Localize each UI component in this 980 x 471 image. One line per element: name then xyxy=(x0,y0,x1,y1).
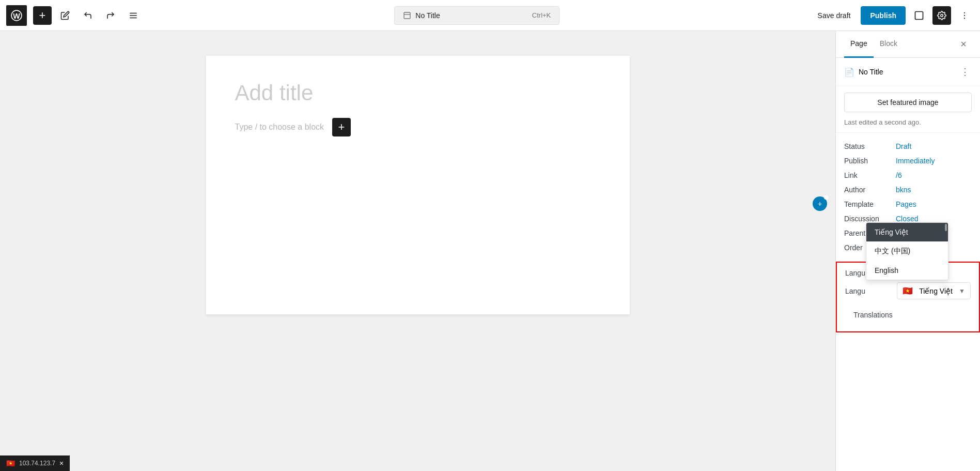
block-placeholder-row: Type / to choose a block + xyxy=(235,118,601,136)
title-placeholder[interactable]: Add title xyxy=(235,81,601,105)
translations-row: Translations xyxy=(845,305,971,325)
search-shortcut: Ctrl+K xyxy=(532,11,551,19)
dropdown-item-english[interactable]: English xyxy=(866,261,948,280)
dropdown-item-tieng-viet[interactable]: Tiếng Việt xyxy=(866,223,948,241)
wp-logo: W xyxy=(6,5,27,26)
publish-label: Publish xyxy=(844,157,896,165)
add-block-button[interactable]: + xyxy=(33,6,52,25)
page-more-button[interactable]: ⋮ xyxy=(958,64,972,80)
svg-point-10 xyxy=(964,14,965,16)
status-ip: 103.74.123.7 xyxy=(19,460,55,467)
sidebar: Page Block × 📄 No Title ⋮ Set featured i… xyxy=(835,31,980,471)
selected-language-text: Tiếng Việt xyxy=(919,287,953,295)
svg-rect-7 xyxy=(915,11,923,19)
block-placeholder-text: Type / to choose a block xyxy=(235,123,324,132)
template-value[interactable]: Pages xyxy=(896,200,916,208)
sidebar-close-button[interactable]: × xyxy=(955,36,972,53)
svg-point-11 xyxy=(964,18,965,19)
options-button[interactable] xyxy=(955,6,974,25)
view-button[interactable] xyxy=(910,6,928,25)
publish-button[interactable]: Publish xyxy=(861,6,906,25)
language-label-2: Langu xyxy=(845,287,897,295)
language-select-button[interactable]: 🇻🇳 Tiếng Việt ▼ xyxy=(897,282,971,299)
language-dropdown-popup: Tiếng Việt 中文 (中国) English xyxy=(866,222,948,280)
svg-rect-5 xyxy=(404,12,410,19)
set-featured-image-button[interactable]: Set featured image xyxy=(844,93,972,112)
editor-content: Add title Type / to choose a block + xyxy=(206,56,630,314)
list-view-button[interactable] xyxy=(124,6,143,25)
template-label: Template xyxy=(844,200,896,208)
redo-button[interactable] xyxy=(101,6,120,25)
status-bar: 🇻🇳 103.74.123.7 × xyxy=(0,455,70,471)
toolbar-center: No Title Ctrl+K xyxy=(147,6,807,25)
language-section: Langu Langu Tiếng Việt 中文 (中国) English 🇻… xyxy=(836,262,980,332)
page-header: 📄 No Title ⋮ xyxy=(836,58,980,86)
language-row-2: Langu Tiếng Việt 中文 (中国) English 🇻🇳 Tiến… xyxy=(845,282,971,299)
editor-canvas[interactable]: Add title Type / to choose a block + xyxy=(0,31,835,471)
author-row: Author bkns xyxy=(844,183,972,197)
save-draft-button[interactable]: Save draft xyxy=(812,8,857,23)
translations-label: Translations xyxy=(853,311,893,319)
add-block-inline-button[interactable]: + xyxy=(332,118,351,136)
template-row: Template Pages xyxy=(844,197,972,211)
sidebar-header: Page Block × xyxy=(836,31,980,58)
publish-row: Publish Immediately xyxy=(844,154,972,168)
svg-point-8 xyxy=(941,14,943,17)
search-bar[interactable]: No Title Ctrl+K xyxy=(394,6,559,25)
edit-button[interactable] xyxy=(56,6,74,25)
status-label: Status xyxy=(844,142,896,150)
publish-value[interactable]: Immediately xyxy=(896,157,935,165)
svg-text:W: W xyxy=(13,11,20,20)
dropdown-scrollbar xyxy=(945,224,947,231)
tab-block[interactable]: Block xyxy=(874,31,904,58)
flag-emoji: 🇻🇳 xyxy=(903,286,913,296)
svg-point-9 xyxy=(964,12,965,13)
dropdown-arrow-icon: ▼ xyxy=(959,287,965,295)
status-close-button[interactable]: × xyxy=(59,459,64,467)
undo-button[interactable] xyxy=(79,6,97,25)
settings-button[interactable] xyxy=(932,6,951,25)
link-row: Link /6 xyxy=(844,168,972,183)
author-value[interactable]: bkns xyxy=(896,186,911,194)
status-row: Status Draft xyxy=(844,139,972,154)
link-value[interactable]: /6 xyxy=(896,171,902,179)
page-icon: 📄 xyxy=(844,67,854,77)
tab-page[interactable]: Page xyxy=(844,31,874,58)
discussion-value[interactable]: Closed xyxy=(896,215,919,223)
last-edited-text: Last edited a second ago. xyxy=(836,118,980,133)
main-area: Add title Type / to choose a block + Pag… xyxy=(0,31,980,471)
page-header-title: No Title xyxy=(859,68,954,76)
search-bar-text: No Title xyxy=(415,11,440,20)
toolbar-right: Save draft Publish xyxy=(812,6,974,25)
status-value[interactable]: Draft xyxy=(896,142,911,150)
language-dropdown-container: Tiếng Việt 中文 (中国) English 🇻🇳 Tiếng Việt… xyxy=(897,282,971,299)
floating-add-button[interactable]: + xyxy=(813,196,827,211)
status-flag: 🇻🇳 xyxy=(6,459,15,467)
discussion-label: Discussion xyxy=(844,215,896,223)
dropdown-item-chinese[interactable]: 中文 (中国) xyxy=(866,241,948,261)
link-label: Link xyxy=(844,171,896,179)
toolbar: W + No Title Ctrl+K Save draft Publish xyxy=(0,0,980,31)
author-label: Author xyxy=(844,186,896,194)
